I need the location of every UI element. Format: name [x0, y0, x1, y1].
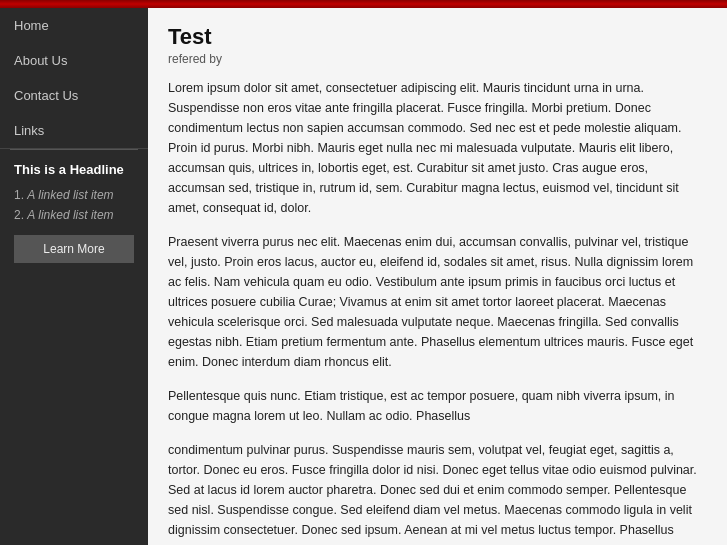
- top-bar: [0, 0, 727, 8]
- sidebar-list-link-2[interactable]: A linked list item: [27, 208, 113, 222]
- sidebar-list-item-1[interactable]: A linked list item: [14, 185, 134, 205]
- sidebar-headline: This is a Headline: [14, 162, 134, 177]
- sidebar-nav: Home About Us Contact Us Links: [0, 8, 148, 149]
- referred-by: refered by: [168, 52, 707, 66]
- sidebar-item-contact[interactable]: Contact Us: [0, 78, 148, 113]
- learn-more-button[interactable]: Learn More: [14, 235, 134, 263]
- paragraph-4: condimentum pulvinar purus. Suspendisse …: [168, 440, 707, 545]
- main-content: Test refered by Lorem ipsum dolor sit am…: [148, 8, 727, 545]
- sidebar-item-links[interactable]: Links: [0, 113, 148, 148]
- paragraph-3: Pellentesque quis nunc. Etiam tristique,…: [168, 386, 707, 426]
- sidebar-link-home[interactable]: Home: [0, 8, 148, 43]
- sidebar-list: A linked list item A linked list item: [14, 185, 134, 225]
- paragraph-2: Praesent viverra purus nec elit. Maecena…: [168, 232, 707, 372]
- sidebar-item-home[interactable]: Home: [0, 8, 148, 43]
- layout: Home About Us Contact Us Links This is a…: [0, 8, 727, 545]
- sidebar-link-about[interactable]: About Us: [0, 43, 148, 78]
- sidebar-link-contact[interactable]: Contact Us: [0, 78, 148, 113]
- sidebar: Home About Us Contact Us Links This is a…: [0, 8, 148, 545]
- sidebar-list-item-2[interactable]: A linked list item: [14, 205, 134, 225]
- sidebar-section: This is a Headline A linked list item A …: [0, 150, 148, 269]
- sidebar-list-link-1[interactable]: A linked list item: [27, 188, 113, 202]
- page-title: Test: [168, 24, 707, 50]
- sidebar-link-links[interactable]: Links: [0, 113, 148, 148]
- sidebar-item-about[interactable]: About Us: [0, 43, 148, 78]
- main-body: Lorem ipsum dolor sit amet, consectetuer…: [168, 78, 707, 545]
- content-area: Test refered by Lorem ipsum dolor sit am…: [148, 8, 727, 545]
- paragraph-1: Lorem ipsum dolor sit amet, consectetuer…: [168, 78, 707, 218]
